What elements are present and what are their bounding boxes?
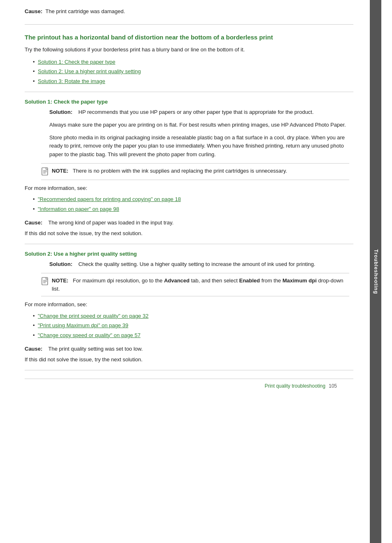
svg-rect-0 xyxy=(42,168,48,175)
solution2-note-text-mid2: from the xyxy=(260,277,283,284)
solution2-next: If this did not solve the issue, try the… xyxy=(25,356,353,364)
solution1-cause-text: Cause: The wrong kind of paper was loade… xyxy=(25,219,353,227)
solution3-link[interactable]: Solution 3: Rotate the image xyxy=(38,78,105,84)
solution1-section: Solution 1: Check the paper type Solutio… xyxy=(25,99,353,237)
side-tab: Troubleshooting xyxy=(370,0,381,543)
solution-bullets-list: Solution 1: Check the paper type Solutio… xyxy=(25,58,353,85)
solution1-more-links: "Recommended papers for printing and cop… xyxy=(25,195,353,213)
top-cause-text: The print cartridge was damaged. xyxy=(46,8,125,14)
solution2-note-text-prefix: For maximum dpi resolution, go to the xyxy=(73,277,164,284)
solution1-note-label: NOTE: xyxy=(52,168,68,174)
solution2-link-3: "Change copy speed or quality" on page 5… xyxy=(33,331,353,340)
side-tab-label: Troubleshooting xyxy=(373,249,378,294)
solution2-link[interactable]: Solution 2: Use a higher print quality s… xyxy=(38,68,141,74)
solution1-cause-body: The wrong kind of paper was loaded in th… xyxy=(48,220,174,226)
solution1-para1: Always make sure the paper you are print… xyxy=(49,121,353,129)
solution2-link-2: "Print using Maximum dpi" on page 39 xyxy=(33,321,353,330)
solution2-note-bold2: Enabled xyxy=(239,277,260,284)
solution1-link[interactable]: Solution 1: Check the paper type xyxy=(38,59,115,65)
solution2-more-link-3[interactable]: "Change copy speed or quality" on page 5… xyxy=(38,332,141,338)
solution2-cause-body: The print quality setting was set too lo… xyxy=(48,346,143,352)
bullet-item-3: Solution 3: Rotate the image xyxy=(33,77,353,85)
solution2-more-link-1[interactable]: "Change the print speed or quality" on p… xyxy=(38,313,148,319)
solution1-note-content: NOTE: There is no problem with the ink s… xyxy=(52,167,287,175)
solution2-note-text-mid: tab, and then select xyxy=(189,277,239,284)
svg-rect-4 xyxy=(42,277,48,285)
main-section-heading: The printout has a horizontal band of di… xyxy=(25,33,353,42)
divider-3 xyxy=(25,370,353,370)
solution2-more-link-2[interactable]: "Print using Maximum dpi" on page 39 xyxy=(38,322,128,328)
bullet-item-2: Solution 2: Use a higher print quality s… xyxy=(33,67,353,76)
solution2-more-links: "Change the print speed or quality" on p… xyxy=(25,312,353,340)
solution1-more-link-2[interactable]: "Information on paper" on page 98 xyxy=(38,206,119,212)
solution2-note-bold1: Advanced xyxy=(164,277,189,284)
top-cause-block: Cause: The print cartridge was damaged. xyxy=(25,8,353,25)
footer-page-number: 105 xyxy=(329,383,337,389)
solution2-heading: Solution 2: Use a higher print quality s… xyxy=(25,251,353,257)
solution2-note-content: NOTE: For maximum dpi resolution, go to … xyxy=(52,277,349,293)
solution1-solution-text: Solution: HP recommends that you use HP … xyxy=(49,108,353,117)
solution2-note-box: NOTE: For maximum dpi resolution, go to … xyxy=(41,273,349,296)
solution2-link-1: "Change the print speed or quality" on p… xyxy=(33,312,353,320)
solution2-cause-text: Cause: The print quality setting was set… xyxy=(25,345,353,353)
solution1-note-text: There is no problem with the ink supplie… xyxy=(73,168,287,174)
intro-text: Try the following solutions if your bord… xyxy=(25,46,353,54)
solution2-section: Solution 2: Use a higher print quality s… xyxy=(25,251,353,363)
solution2-solution-label: Solution: xyxy=(49,261,72,267)
solution1-link-1: "Recommended papers for printing and cop… xyxy=(33,195,353,203)
solution2-for-more: For more information, see: xyxy=(25,300,353,309)
solution1-para2: Store photo media in its original packag… xyxy=(49,134,353,159)
note-doc-icon xyxy=(41,167,49,176)
bullet-item-1: Solution 1: Check the paper type xyxy=(33,58,353,66)
solution2-solution-body: Check the quality setting. Use a higher … xyxy=(78,261,316,267)
solution2-cause-label: Cause: xyxy=(25,346,42,352)
solution2-note-label: NOTE: xyxy=(52,277,68,284)
solution1-more-link-1[interactable]: "Recommended papers for printing and cop… xyxy=(38,196,181,202)
solution1-link-2: "Information on paper" on page 98 xyxy=(33,205,353,213)
footer-text: Print quality troubleshooting xyxy=(265,383,325,389)
solution1-heading: Solution 1: Check the paper type xyxy=(25,99,353,105)
solution1-cause-label: Cause: xyxy=(25,220,42,226)
solution1-note-box: NOTE: There is no problem with the ink s… xyxy=(41,163,349,180)
solution1-solution-body: HP recommends that you use HP papers or … xyxy=(78,109,314,115)
solution1-for-more: For more information, see: xyxy=(25,184,353,192)
page-footer: Print quality troubleshooting 105 xyxy=(25,379,353,393)
solution2-note-bold3: Maximum dpi xyxy=(282,277,316,284)
solution2-solution-text: Solution: Check the quality setting. Use… xyxy=(49,260,353,269)
divider-1 xyxy=(25,92,353,92)
top-cause-label: Cause: xyxy=(25,8,42,14)
divider-2 xyxy=(25,244,353,244)
solution1-next: If this did not solve the issue, try the… xyxy=(25,229,353,238)
solution2-note-doc-icon xyxy=(41,277,49,286)
solution1-solution-label: Solution: xyxy=(49,109,72,115)
